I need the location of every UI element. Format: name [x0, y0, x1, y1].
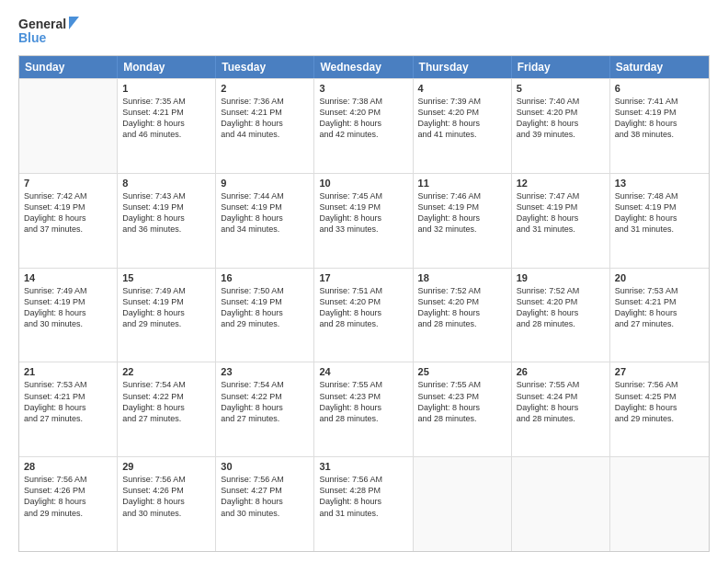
day-number: 28 — [24, 461, 112, 472]
daylight-line: Daylight: 8 hours — [122, 118, 210, 129]
calendar-cell: 17Sunrise: 7:51 AMSunset: 4:20 PMDayligh… — [314, 269, 413, 362]
daylight-line: Daylight: 8 hours — [221, 402, 309, 413]
sunrise-line: Sunrise: 7:44 AM — [221, 190, 309, 201]
day-number: 18 — [418, 272, 506, 283]
daylight2-line: and 31 minutes. — [517, 224, 605, 235]
daylight2-line: and 28 minutes. — [517, 318, 605, 329]
sunrise-line: Sunrise: 7:56 AM — [615, 379, 704, 390]
calendar-cell: 10Sunrise: 7:45 AMSunset: 4:19 PMDayligh… — [314, 174, 413, 268]
sunset-line: Sunset: 4:21 PM — [221, 107, 309, 118]
day-number: 21 — [24, 366, 112, 377]
sunset-line: Sunset: 4:19 PM — [122, 201, 210, 213]
day-number: 14 — [24, 272, 112, 283]
calendar-cell: 11Sunrise: 7:46 AMSunset: 4:19 PMDayligh… — [414, 174, 512, 268]
day-number: 7 — [24, 178, 112, 189]
sunset-line: Sunset: 4:26 PM — [122, 485, 210, 496]
daylight-line: Daylight: 8 hours — [517, 307, 605, 318]
sunrise-line: Sunrise: 7:56 AM — [122, 474, 210, 485]
sunset-line: Sunset: 4:19 PM — [615, 107, 704, 118]
day-number: 15 — [122, 272, 210, 283]
sunrise-line: Sunrise: 7:41 AM — [615, 96, 704, 107]
day-number: 22 — [122, 366, 210, 377]
calendar-cell: 13Sunrise: 7:48 AMSunset: 4:19 PMDayligh… — [610, 174, 709, 268]
calendar-row: 14Sunrise: 7:49 AMSunset: 4:19 PMDayligh… — [19, 268, 709, 362]
daylight-line: Daylight: 8 hours — [122, 496, 210, 507]
sunrise-line: Sunrise: 7:42 AM — [24, 190, 112, 201]
daylight2-line: and 28 minutes. — [319, 413, 407, 424]
daylight2-line: and 30 minutes. — [122, 508, 210, 519]
sunset-line: Sunset: 4:23 PM — [319, 391, 407, 402]
sunset-line: Sunset: 4:19 PM — [24, 201, 112, 213]
sunrise-line: Sunrise: 7:56 AM — [24, 474, 112, 485]
daylight2-line: and 29 minutes. — [615, 413, 704, 424]
calendar-body: 1Sunrise: 7:35 AMSunset: 4:21 PMDaylight… — [19, 78, 709, 551]
sunrise-line: Sunrise: 7:49 AM — [24, 285, 112, 296]
header: GeneralBlue — [18, 15, 710, 48]
calendar-header: SundayMondayTuesdayWednesdayThursdayFrid… — [19, 56, 709, 78]
calendar-cell: 6Sunrise: 7:41 AMSunset: 4:19 PMDaylight… — [610, 79, 709, 173]
sunset-line: Sunset: 4:20 PM — [517, 296, 605, 307]
daylight2-line: and 38 minutes. — [615, 129, 704, 140]
daylight2-line: and 46 minutes. — [122, 129, 210, 140]
calendar-row: 1Sunrise: 7:35 AMSunset: 4:21 PMDaylight… — [19, 78, 709, 173]
day-number: 30 — [221, 461, 309, 472]
sunset-line: Sunset: 4:22 PM — [122, 391, 210, 402]
day-number: 2 — [221, 83, 309, 94]
sunset-line: Sunset: 4:19 PM — [319, 201, 407, 213]
calendar-cell: 9Sunrise: 7:44 AMSunset: 4:19 PMDaylight… — [216, 174, 314, 268]
daylight2-line: and 31 minutes. — [319, 508, 407, 519]
calendar-cell: 20Sunrise: 7:53 AMSunset: 4:21 PMDayligh… — [610, 269, 709, 362]
sunrise-line: Sunrise: 7:50 AM — [221, 285, 309, 296]
daylight-line: Daylight: 8 hours — [418, 402, 506, 413]
day-of-week-header: Thursday — [414, 56, 512, 78]
daylight2-line: and 34 minutes. — [221, 224, 309, 235]
calendar-cell: 14Sunrise: 7:49 AMSunset: 4:19 PMDayligh… — [19, 269, 118, 362]
daylight-line: Daylight: 8 hours — [319, 307, 407, 318]
daylight2-line: and 33 minutes. — [319, 224, 407, 235]
sunrise-line: Sunrise: 7:55 AM — [517, 379, 605, 390]
calendar-cell — [19, 79, 118, 173]
sunset-line: Sunset: 4:19 PM — [418, 201, 506, 213]
daylight-line: Daylight: 8 hours — [319, 118, 407, 129]
daylight2-line: and 31 minutes. — [615, 224, 704, 235]
day-number: 9 — [221, 178, 309, 189]
sunset-line: Sunset: 4:20 PM — [418, 296, 506, 307]
day-of-week-header: Monday — [118, 56, 216, 78]
daylight2-line: and 28 minutes. — [418, 318, 506, 329]
daylight2-line: and 28 minutes. — [517, 413, 605, 424]
sunset-line: Sunset: 4:19 PM — [221, 201, 309, 213]
day-number: 16 — [221, 272, 309, 283]
daylight-line: Daylight: 8 hours — [221, 118, 309, 129]
daylight2-line: and 27 minutes. — [24, 413, 112, 424]
day-number: 24 — [319, 366, 407, 377]
calendar-cell: 12Sunrise: 7:47 AMSunset: 4:19 PMDayligh… — [512, 174, 610, 268]
sunset-line: Sunset: 4:27 PM — [221, 485, 309, 496]
calendar-cell: 30Sunrise: 7:56 AMSunset: 4:27 PMDayligh… — [216, 457, 314, 551]
sunrise-line: Sunrise: 7:51 AM — [319, 285, 407, 296]
calendar-cell: 4Sunrise: 7:39 AMSunset: 4:20 PMDaylight… — [414, 79, 512, 173]
calendar-cell: 3Sunrise: 7:38 AMSunset: 4:20 PMDaylight… — [314, 79, 413, 173]
daylight2-line: and 29 minutes. — [24, 508, 112, 519]
calendar-cell: 19Sunrise: 7:52 AMSunset: 4:20 PMDayligh… — [512, 269, 610, 362]
day-number: 27 — [615, 366, 704, 377]
calendar-cell: 24Sunrise: 7:55 AMSunset: 4:23 PMDayligh… — [314, 362, 413, 456]
sunrise-line: Sunrise: 7:49 AM — [122, 285, 210, 296]
daylight2-line: and 28 minutes. — [319, 318, 407, 329]
day-number: 29 — [122, 461, 210, 472]
sunset-line: Sunset: 4:20 PM — [319, 107, 407, 118]
sunrise-line: Sunrise: 7:45 AM — [319, 190, 407, 201]
daylight-line: Daylight: 8 hours — [517, 213, 605, 224]
calendar-row: 28Sunrise: 7:56 AMSunset: 4:26 PMDayligh… — [19, 456, 709, 551]
sunset-line: Sunset: 4:19 PM — [221, 296, 309, 307]
calendar-cell: 7Sunrise: 7:42 AMSunset: 4:19 PMDaylight… — [19, 174, 118, 268]
sunset-line: Sunset: 4:20 PM — [418, 107, 506, 118]
svg-text:Blue: Blue — [18, 30, 47, 45]
day-number: 3 — [319, 83, 407, 94]
sunrise-line: Sunrise: 7:55 AM — [418, 379, 506, 390]
daylight-line: Daylight: 8 hours — [221, 213, 309, 224]
svg-marker-2 — [69, 17, 79, 29]
sunrise-line: Sunrise: 7:56 AM — [221, 474, 309, 485]
sunset-line: Sunset: 4:28 PM — [319, 485, 407, 496]
sunset-line: Sunset: 4:20 PM — [319, 296, 407, 307]
daylight2-line: and 42 minutes. — [319, 129, 407, 140]
